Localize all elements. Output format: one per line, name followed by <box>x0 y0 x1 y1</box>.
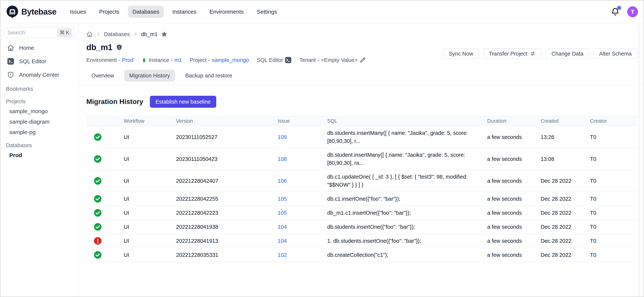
breadcrumb: Databases db_m1 <box>86 31 636 38</box>
home-icon[interactable] <box>86 31 93 37</box>
establish-baseline-button[interactable]: Establish new baseline <box>150 96 216 108</box>
sql-cell: db_m1.c1.insertOne({"foo": "bar"}); <box>327 209 487 217</box>
environment-link[interactable]: Prod <box>122 57 134 63</box>
sync-now-button[interactable]: Sync Now <box>443 49 479 59</box>
search-input[interactable]: Search ⌘ K <box>4 27 74 38</box>
sidebar-item-home[interactable]: Home <box>0 42 78 54</box>
table-row[interactable]: UI 20221228041938 104 db.students.insert… <box>86 220 636 234</box>
creator-cell: T0 <box>590 252 636 258</box>
version-cell: 20230111050423 <box>176 156 278 162</box>
col-version: Version <box>176 118 278 124</box>
sidebar-item-sql-editor[interactable]: SQL Editor <box>0 55 78 68</box>
created-cell: Dec 28 2022 <box>541 252 590 258</box>
success-icon <box>94 133 102 141</box>
workflow-cell: UI <box>124 178 176 184</box>
workflow-cell: UI <box>124 156 176 162</box>
sql-cell: db.students.insertOne({"foo": "bar"}); <box>327 223 487 231</box>
chevron-right-icon <box>133 32 138 37</box>
sidebar-item-sample_mongo[interactable]: sample_mongo <box>0 106 78 117</box>
created-cell: Dec 28 2022 <box>541 210 590 216</box>
sidebar-section-bookmarks: Bookmarks <box>0 86 78 94</box>
version-cell: 20221228041938 <box>176 224 278 230</box>
main-content: Databases db_m1 db_m1 Environment - Prod… <box>78 23 644 297</box>
mongodb-leaf-icon <box>141 57 147 63</box>
alter-schema-button[interactable]: Alter Schema <box>594 49 637 59</box>
issue-link[interactable]: 109 <box>278 134 287 140</box>
meta-instance: Instance - m1 <box>141 57 182 63</box>
created-cell: 13:26 <box>541 134 590 140</box>
sql-cell: db.createCollection("c1"); <box>327 251 487 259</box>
table-row[interactable]: UI 20221228042407 106 db.c1.updateOne( {… <box>86 170 636 192</box>
table-row[interactable]: UI 20221228041913 104 1. db.students.ins… <box>86 234 636 248</box>
version-cell: 20221228042255 <box>176 196 278 202</box>
nav-item-environments[interactable]: Environments <box>205 6 248 18</box>
meta-tenant: Tenant - <Empty Value> <box>300 57 366 63</box>
nav-item-projects[interactable]: Projects <box>94 6 124 18</box>
bookmark-star-icon[interactable] <box>161 31 168 38</box>
tab-overview[interactable]: Overview <box>86 70 119 82</box>
tab-migration-history[interactable]: Migration History <box>124 70 175 82</box>
sql-cell: 1. db.students.insertOne({"foo": "bar"})… <box>327 237 487 245</box>
issue-link[interactable]: 102 <box>278 252 287 258</box>
notification-bell-icon[interactable] <box>611 7 620 16</box>
sidebar-item-sample-pg[interactable]: sample-pg <box>0 127 78 137</box>
success-icon <box>94 177 102 185</box>
nav-item-databases[interactable]: Databases <box>128 6 164 18</box>
sql-cell: db.c1.updateOne( { _id: 3 }, [ { $set: {… <box>327 173 487 189</box>
sidebar-item-prod[interactable]: Prod <box>0 150 78 160</box>
migration-history-heading: Migration History <box>86 98 143 106</box>
sidebar-item-sample-diagram[interactable]: sample-diagram <box>0 117 78 127</box>
bytebase-logo[interactable]: Bytebase <box>6 6 56 18</box>
tab-backup-and-restore[interactable]: Backup and restore <box>180 70 237 82</box>
table-row[interactable]: UI 20221228042255 105 db.c1.insertOne({"… <box>86 192 636 206</box>
nav-item-issues[interactable]: Issues <box>66 6 91 18</box>
instance-link[interactable]: m1 <box>174 57 182 63</box>
created-cell: Dec 28 2022 <box>541 238 590 244</box>
top-nav: Bytebase IssuesProjectsDatabasesInstance… <box>0 0 644 23</box>
swap-icon <box>530 51 536 57</box>
table-row[interactable]: UI 20230111052527 109 db.students.insert… <box>86 126 636 148</box>
workflow-cell: UI <box>124 210 176 216</box>
issue-link[interactable]: 104 <box>278 238 287 244</box>
duration-cell: a few seconds <box>487 196 541 202</box>
transfer-project-button[interactable]: Transfer Project <box>483 49 542 59</box>
col-workflow: Workflow <box>124 118 176 124</box>
issue-link[interactable]: 108 <box>278 156 287 162</box>
workflow-cell: UI <box>124 224 176 230</box>
sql-editor-icon[interactable] <box>285 57 292 63</box>
avatar[interactable]: T <box>627 6 638 17</box>
table-row[interactable]: UI 20230111050423 108 db.student.insertM… <box>86 148 636 170</box>
issue-link[interactable]: 105 <box>278 196 287 202</box>
workflow-cell: UI <box>124 196 176 202</box>
migration-section-header: Migration History Establish new baseline <box>86 96 636 108</box>
chevron-right-icon <box>96 32 100 37</box>
search-shortcut-badge: ⌘ K <box>57 29 72 37</box>
anomaly-shield-icon[interactable] <box>116 44 123 51</box>
creator-cell: T0 <box>590 156 636 162</box>
issue-link[interactable]: 105 <box>278 210 287 216</box>
created-cell: Dec 28 2022 <box>541 196 590 202</box>
issue-link[interactable]: 106 <box>278 178 287 184</box>
tab-bar: OverviewMigration HistoryBackup and rest… <box>86 70 636 82</box>
nav-item-settings[interactable]: Settings <box>252 6 282 18</box>
nav-item-instances[interactable]: Instances <box>168 6 201 18</box>
breadcrumb-databases[interactable]: Databases <box>104 31 130 37</box>
version-cell: 20221228042407 <box>176 178 278 184</box>
shield-outline-icon <box>7 71 14 78</box>
table-row[interactable]: UI 20221228042223 105 db_m1.c1.insertOne… <box>86 206 636 220</box>
version-cell: 20230111052527 <box>176 134 278 140</box>
success-icon <box>94 195 102 203</box>
scrollbar-gutter[interactable] <box>639 23 639 297</box>
issue-link[interactable]: 104 <box>278 224 287 230</box>
pencil-icon[interactable] <box>360 57 366 63</box>
created-cell: Dec 28 2022 <box>541 178 590 184</box>
project-link[interactable]: sample_mongo <box>212 57 249 63</box>
table-row[interactable]: UI 20221228035331 102 db.createCollectio… <box>86 248 636 262</box>
change-data-button[interactable]: Change Data <box>546 49 589 59</box>
sidebar-item-anomaly-center[interactable]: Anomaly Center <box>0 69 78 81</box>
error-icon <box>94 237 102 245</box>
sidebar-nav: Home SQL Editor Anomaly Center <box>0 42 78 81</box>
creator-cell: T0 <box>590 210 636 216</box>
meta-environment: Environment - Prod <box>86 57 134 63</box>
success-icon <box>94 251 102 259</box>
